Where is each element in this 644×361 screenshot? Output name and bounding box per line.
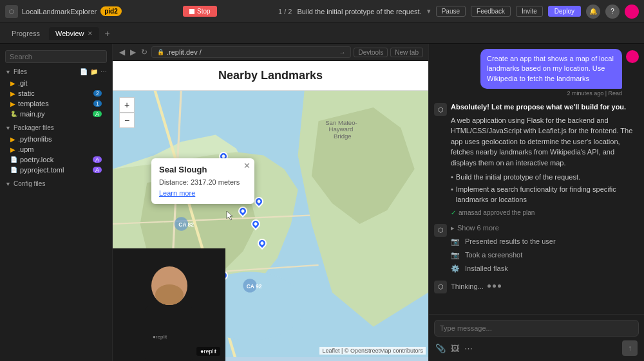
lock-icon: 🔒: [157, 49, 164, 55]
browser-url-bar[interactable]: 🔒 .replit.dev / →: [151, 46, 351, 58]
chat-input[interactable]: [434, 320, 639, 337]
attachment-icon[interactable]: 📎: [435, 344, 446, 353]
bot-content: Absolutely! Let me propose what we'll bu…: [451, 102, 639, 218]
devtools-button[interactable]: Devtools: [354, 48, 388, 57]
image-icon[interactable]: 🖼: [451, 344, 459, 353]
activity-text-1: Presented results to the user: [465, 237, 556, 246]
packager-label: Packager files: [14, 124, 54, 131]
search-input[interactable]: [5, 50, 107, 63]
file-name: templates: [18, 100, 49, 107]
add-folder-icon[interactable]: 📁: [90, 68, 98, 75]
file-badge: A: [93, 156, 102, 163]
file-name: main.py: [20, 110, 45, 118]
folder-icon: ▶: [10, 146, 15, 153]
user-bubble: Create an app that shows a map of local …: [480, 49, 622, 89]
popup-distance: Distance: 2317.20 meters: [159, 178, 247, 186]
user-avatar[interactable]: [625, 5, 639, 19]
top-bar: ⬡ LocalLandmarkExplorer pid2 Stop 1 / 2 …: [0, 0, 644, 23]
svg-text:CA 82: CA 82: [178, 221, 194, 228]
plan-approval: ✓ amasad approved the plan: [451, 208, 639, 218]
map-title: Nearby Landmarks: [113, 61, 428, 91]
tab-progress-label: Progress: [12, 30, 40, 37]
file-item-pythonlibs[interactable]: ▶ .pythonlibs: [5, 134, 107, 144]
file-item-upm[interactable]: ▶ .upm: [5, 144, 107, 154]
svg-text:Bridge: Bridge: [334, 133, 352, 140]
send-button[interactable]: ↑: [622, 340, 638, 356]
tab-webview-label: Webview: [55, 30, 84, 37]
nav-refresh-button[interactable]: ↻: [140, 48, 149, 57]
dot-2: [493, 284, 496, 288]
bullet-dot: •: [451, 184, 453, 205]
invite-button[interactable]: Invite: [516, 6, 543, 17]
activity-item-3: ⚙️ Installed flask: [451, 263, 556, 274]
file-item-mainpy[interactable]: 🐍 main.py A: [5, 109, 107, 119]
file-item-static[interactable]: ▶ static 2: [5, 88, 107, 98]
app-title: LocalLandmarkExplorer: [22, 8, 97, 15]
activity-item-1: 📷 Presented results to the user: [451, 236, 556, 247]
file-badge: 2: [93, 90, 102, 97]
notification-icon[interactable]: 🔔: [586, 5, 600, 19]
dot-3: [498, 284, 501, 288]
thinking-indicator: ⬡ Thinking...: [434, 279, 639, 293]
user-avatar-chat: [626, 50, 639, 63]
config-label: Config files: [14, 180, 45, 187]
file-item-git[interactable]: ▶ .git: [5, 78, 107, 88]
activity-text-2: Took a screenshot: [465, 251, 522, 259]
map-popup: ✕ Seal Slough Distance: 2317.20 meters L…: [151, 158, 254, 204]
webcam-overlay: ●replit ●replit: [113, 248, 225, 361]
tab-progress[interactable]: Progress: [5, 27, 46, 40]
more-icon[interactable]: ⋯: [100, 68, 107, 75]
activity-text-3: Installed flask: [465, 264, 508, 273]
dot-1: [488, 284, 491, 288]
popup-close-button[interactable]: ✕: [243, 161, 251, 171]
top-bar-right: 1 / 2 Build the initial prototype of the…: [278, 5, 639, 19]
activity-icon-3: ⚙️: [451, 264, 461, 273]
ai-panel: Create an app that shows a map of local …: [428, 44, 644, 361]
person-in-webcam: ●replit: [113, 248, 225, 361]
file-item-poetrylock[interactable]: 📄 poetry.lock A: [5, 154, 107, 165]
file-name: poetry.lock: [20, 156, 53, 163]
tab-close-icon[interactable]: ✕: [88, 30, 93, 37]
feedback-button[interactable]: Feedback: [471, 6, 511, 17]
approval-text: amasad approved the plan: [459, 208, 535, 218]
page-counter: 1 / 2: [278, 8, 292, 15]
nav-forward-button[interactable]: ▶: [129, 48, 137, 57]
file-icon: 📄: [10, 167, 17, 173]
user-message: Create an app that shows a map of local …: [434, 49, 639, 97]
stop-icon: [189, 9, 194, 14]
files-label: Files: [14, 68, 27, 75]
file-name: .upm: [18, 145, 33, 153]
thinking-dots: [488, 284, 501, 288]
deploy-button[interactable]: Deploy: [548, 6, 581, 17]
svg-text:Hayward: Hayward: [329, 125, 354, 133]
file-badge: A: [93, 167, 102, 173]
svg-point-26: [155, 284, 184, 305]
zoom-out-button[interactable]: −: [119, 113, 135, 128]
tab-bar: Progress Webview ✕ +: [0, 23, 644, 44]
map-zoom-controls: + −: [119, 97, 135, 128]
folder-icon: ▶: [10, 136, 15, 143]
new-tab-button[interactable]: New tab: [390, 48, 423, 57]
popup-learn-more-link[interactable]: Learn more: [159, 189, 195, 197]
files-section: ▼ Files 📄 📁 ⋯ ▶ .git ▶ static 2 ▶: [0, 66, 112, 122]
tab-add-button[interactable]: +: [102, 28, 112, 39]
zoom-in-button[interactable]: +: [119, 97, 135, 113]
folder-icon: ▶: [10, 90, 15, 97]
add-file-icon[interactable]: 📄: [80, 68, 88, 75]
file-name: .git: [18, 79, 28, 87]
file-icon: 🐍: [10, 111, 17, 117]
pause-button[interactable]: Pause: [436, 6, 466, 17]
nav-back-button[interactable]: ◀: [118, 48, 126, 57]
show-more-button[interactable]: ▸ Show 6 more: [451, 223, 556, 234]
file-item-templates[interactable]: ▶ templates 1: [5, 98, 107, 109]
bullet-2: • Implement a search functionality for f…: [451, 184, 639, 205]
more-options-icon[interactable]: ⋯: [464, 344, 473, 353]
file-item-pyproject[interactable]: 📄 pyproject.toml A: [5, 165, 107, 175]
stop-button[interactable]: Stop: [183, 6, 217, 17]
config-section: ▼ Config files: [0, 178, 112, 192]
main-layout: ▼ Files 📄 📁 ⋯ ▶ .git ▶ static 2 ▶: [0, 44, 644, 361]
tab-webview[interactable]: Webview ✕: [49, 27, 99, 40]
activity-item-2: 📷 Took a screenshot: [451, 250, 556, 261]
help-icon[interactable]: ?: [605, 5, 620, 19]
files-title: ▼ Files: [5, 68, 27, 75]
